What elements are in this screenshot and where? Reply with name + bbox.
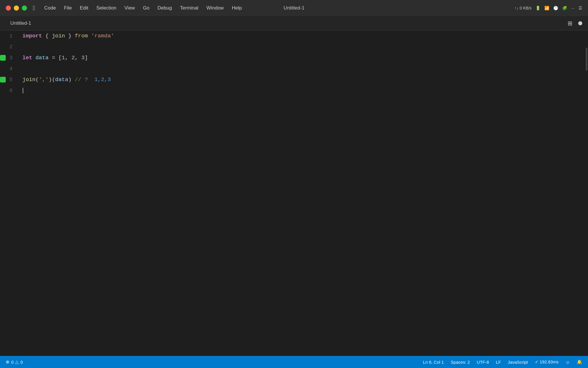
identifier-data-call: data [55, 76, 68, 83]
line-number-6: 6 [9, 85, 13, 96]
status-right: Ln 6, Col 1 Spaces: 2 UTF-8 LF JavaScrip… [423, 359, 582, 365]
encoding-setting[interactable]: UTF-8 [477, 360, 489, 365]
menu-selection[interactable]: Selection [92, 4, 120, 12]
split-editor-icon[interactable]: ⊞ [568, 20, 572, 27]
notification-icon: 🔔 [577, 359, 582, 365]
number-2: 2 [71, 55, 75, 61]
identifier-data: data [36, 55, 49, 61]
editor-area: 1 2 3 4 5 6 import { join } from [0, 30, 588, 356]
menu-terminal[interactable]: Terminal [176, 4, 202, 12]
code-line-2 [17, 41, 584, 52]
apple-icon:  [33, 4, 35, 12]
network-icon: ↑↓ [514, 6, 519, 10]
tab-untitled[interactable]: Untitled-1 [6, 18, 36, 28]
number-1: 1 [62, 55, 65, 61]
line-number-5: 5 [9, 74, 13, 85]
menu-edit[interactable]: Edit [76, 4, 92, 12]
code-line-6 [17, 85, 584, 96]
breakpoint-line-3 [0, 55, 6, 61]
breakpoint-line-5 [0, 77, 6, 83]
cursor-position[interactable]: Ln 6, Col 1 [423, 360, 444, 365]
gutter-line-2: 2 [0, 41, 17, 52]
scrollbar-thumb[interactable] [586, 48, 587, 71]
clock-icon: 🕐 [553, 6, 558, 10]
spaces-setting[interactable]: Spaces: 2 [451, 360, 470, 365]
menu-bar:  Code File Edit Selection View Go Debug… [33, 4, 514, 12]
eol-setting[interactable]: LF [496, 360, 501, 365]
menu-code[interactable]: Code [40, 4, 60, 12]
vertical-scrollbar[interactable] [584, 30, 588, 356]
result-value: 1,2,3 [91, 76, 111, 83]
keyword-let: let [22, 55, 32, 61]
keyword-from: from [75, 33, 88, 39]
language-mode[interactable]: JavaScript [508, 360, 528, 365]
line-gutter: 1 2 3 4 5 6 [0, 30, 17, 356]
titlebar:  Code File Edit Selection View Go Debug… [0, 0, 588, 16]
tab-bar: Untitled-1 ⊞ [0, 16, 588, 30]
menu-help[interactable]: Help [228, 4, 246, 12]
text-cursor [23, 88, 23, 93]
menu-go[interactable]: Go [139, 4, 154, 12]
window-title: Untitled-1 [284, 5, 305, 11]
error-count[interactable]: ⊗ 0 △ 0 [6, 359, 23, 365]
gutter-line-3: 3 [0, 52, 17, 63]
gutter-line-5: 5 [0, 74, 17, 85]
network-status: ↑↓ 0 KB/s [514, 6, 531, 10]
line-number-4: 4 [9, 63, 13, 74]
warning-icon: △ [15, 359, 19, 365]
number-3: 3 [81, 55, 84, 61]
close-button[interactable] [6, 5, 11, 11]
titlebar-status: ↑↓ 0 KB/s 🔋 📶 🕐 🧩 ··· ☰ [514, 6, 582, 10]
menu-file[interactable]: File [60, 4, 76, 12]
more-options-icon[interactable] [578, 21, 582, 25]
minimize-button[interactable] [14, 5, 19, 11]
menu-debug[interactable]: Debug [154, 4, 176, 12]
menu-view[interactable]: View [120, 4, 139, 12]
editor-actions: ⊞ [568, 20, 582, 27]
string-comma: ',' [39, 76, 49, 83]
extensions-icon: 🧩 [562, 6, 567, 10]
code-line-5: join ( ',' )( data ) // ? 1,2,3 [17, 74, 584, 85]
code-editor[interactable]: import { join } from 'ramda' let data = … [17, 30, 584, 356]
code-line-1: import { join } from 'ramda' [17, 30, 584, 41]
string-ramda: 'ramda' [91, 33, 114, 39]
gutter-line-1: 1 [0, 30, 17, 41]
gutter-line-4: 4 [0, 63, 17, 74]
keyword-import: import [22, 33, 42, 39]
code-line-4 [17, 63, 584, 74]
status-left: ⊗ 0 △ 0 [6, 359, 23, 365]
feedback-icon: ☺ [566, 360, 570, 365]
error-icon: ⊗ [6, 359, 9, 365]
status-bar: ⊗ 0 △ 0 Ln 6, Col 1 Spaces: 2 UTF-8 LF J… [0, 356, 588, 368]
line-number-2: 2 [9, 41, 13, 52]
maximize-button[interactable] [22, 5, 27, 11]
code-line-3: let data = [ 1 , 2 , 3 ] [17, 52, 584, 63]
list-icon[interactable]: ☰ [579, 6, 582, 10]
more-icon[interactable]: ··· [571, 6, 575, 10]
gutter-line-6: 6 [0, 85, 17, 96]
line-number-1: 1 [9, 30, 13, 41]
comment-question: // ? [75, 76, 91, 83]
wifi-icon: 📶 [544, 6, 549, 10]
identifier-join: join [52, 33, 65, 39]
timing-info: ✓ 192.83ms [535, 359, 559, 365]
menu-window[interactable]: Window [202, 4, 228, 12]
fn-join: join [22, 76, 36, 83]
battery-icon: 🔋 [535, 6, 540, 10]
window-controls [6, 5, 27, 11]
line-number-3: 3 [9, 52, 13, 63]
